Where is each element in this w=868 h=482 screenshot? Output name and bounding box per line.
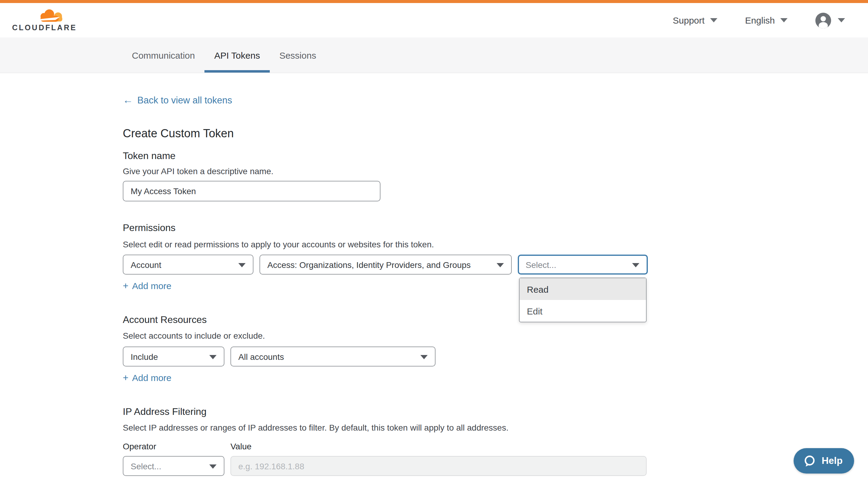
menu-option-edit[interactable]: Edit bbox=[520, 300, 646, 322]
resource-accounts-select[interactable]: All accounts bbox=[230, 347, 435, 366]
permission-level-placeholder: Select... bbox=[526, 260, 556, 269]
back-link[interactable]: ← Back to view all tokens bbox=[123, 94, 232, 106]
ip-filtering-heading: IP Address Filtering bbox=[123, 406, 868, 418]
chevron-down-icon bbox=[209, 464, 217, 469]
user-avatar-icon bbox=[815, 12, 831, 28]
tab-api-tokens[interactable]: API Tokens bbox=[205, 37, 270, 72]
ip-value-input bbox=[230, 456, 647, 476]
token-name-heading: Token name bbox=[123, 150, 868, 162]
ip-operator-select[interactable]: Select... bbox=[123, 456, 224, 476]
permission-resource-select[interactable]: Access: Organizations, Identity Provider… bbox=[259, 255, 512, 275]
back-arrow-icon: ← bbox=[123, 94, 133, 106]
header: CLOUDFLARE Support English bbox=[0, 3, 868, 37]
resource-accounts-value: All accounts bbox=[238, 352, 284, 361]
permissions-helper: Select edit or read permissions to apply… bbox=[123, 239, 868, 250]
tab-bar: Communication API Tokens Sessions bbox=[0, 37, 868, 73]
permission-resource-value: Access: Organizations, Identity Provider… bbox=[267, 260, 471, 269]
help-button[interactable]: Help bbox=[794, 448, 854, 474]
chevron-down-icon bbox=[838, 18, 845, 22]
add-more-label: Add more bbox=[132, 372, 172, 384]
permission-level-menu: Read Edit bbox=[519, 278, 647, 322]
chevron-down-icon bbox=[421, 355, 428, 359]
chat-bubble-icon bbox=[804, 454, 816, 467]
chevron-down-icon bbox=[497, 263, 504, 267]
permissions-heading: Permissions bbox=[123, 222, 868, 234]
plus-icon: + bbox=[123, 372, 128, 384]
tab-sessions[interactable]: Sessions bbox=[270, 37, 326, 72]
tab-communication[interactable]: Communication bbox=[122, 37, 205, 72]
account-resources-helper: Select accounts to include or exclude. bbox=[123, 330, 868, 342]
operator-label: Operator bbox=[123, 441, 230, 452]
chevron-down-icon bbox=[710, 18, 717, 22]
ip-operator-placeholder: Select... bbox=[131, 461, 161, 471]
cloudflare-wordmark: CLOUDFLARE bbox=[12, 24, 71, 32]
menu-option-read[interactable]: Read bbox=[520, 278, 646, 300]
add-more-label: Add more bbox=[132, 280, 172, 292]
cloudflare-cloud-icon bbox=[39, 8, 63, 23]
chevron-down-icon bbox=[632, 263, 639, 267]
plus-icon: + bbox=[123, 280, 128, 292]
main-content: ← Back to view all tokens Create Custom … bbox=[0, 73, 868, 476]
cloudflare-logo[interactable]: CLOUDFLARE bbox=[12, 8, 71, 32]
help-button-label: Help bbox=[822, 455, 843, 466]
ip-filtering-helper: Select IP addresses or ranges of IP addr… bbox=[123, 422, 868, 433]
back-link-label: Back to view all tokens bbox=[137, 94, 232, 106]
chevron-down-icon bbox=[209, 355, 217, 359]
account-resources-heading: Account Resources bbox=[123, 314, 868, 326]
language-menu-label: English bbox=[745, 15, 775, 25]
chevron-down-icon bbox=[238, 263, 246, 267]
user-menu[interactable] bbox=[815, 12, 845, 28]
token-name-input[interactable] bbox=[123, 181, 380, 201]
permission-level-select[interactable]: Select... Read Edit bbox=[518, 255, 648, 275]
token-name-helper: Give your API token a descriptive name. bbox=[123, 166, 868, 177]
resource-mode-select[interactable]: Include bbox=[123, 347, 224, 366]
permission-scope-value: Account bbox=[131, 260, 161, 269]
permission-scope-select[interactable]: Account bbox=[123, 255, 253, 275]
add-more-resources-link[interactable]: + Add more bbox=[123, 372, 172, 384]
language-menu[interactable]: English bbox=[745, 15, 787, 25]
value-label: Value bbox=[230, 441, 252, 452]
support-menu[interactable]: Support bbox=[673, 15, 717, 25]
add-more-permissions-link[interactable]: + Add more bbox=[123, 280, 172, 292]
page-title: Create Custom Token bbox=[123, 126, 868, 141]
resource-mode-value: Include bbox=[131, 352, 158, 361]
chevron-down-icon bbox=[780, 18, 787, 22]
support-menu-label: Support bbox=[673, 15, 705, 25]
brand-bar bbox=[0, 0, 868, 3]
